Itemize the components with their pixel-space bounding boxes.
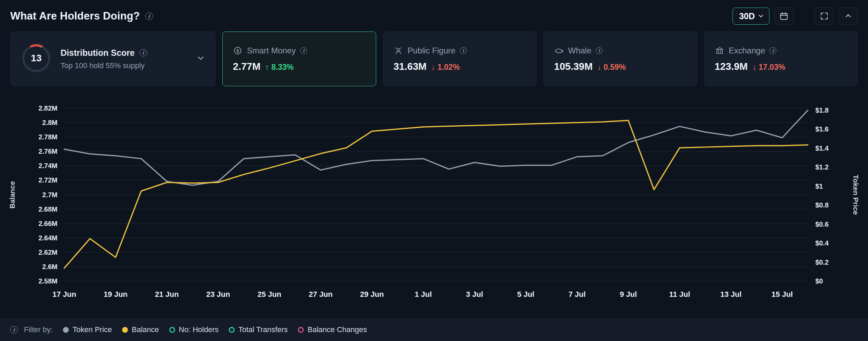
svg-text:2.74M: 2.74M <box>38 162 57 169</box>
svg-text:11 Jul: 11 Jul <box>669 290 690 299</box>
line-chart[interactable]: 2.82M2.8M2.78M2.76M2.74M2.72M2.7M2.68M2.… <box>0 98 868 303</box>
svg-text:13 Jul: 13 Jul <box>720 290 741 299</box>
page-title: What Are Holders Doing? <box>10 10 140 22</box>
svg-text:19 Jun: 19 Jun <box>104 290 128 299</box>
info-icon[interactable] <box>770 47 776 54</box>
right-axis-title: Token Price <box>852 175 860 215</box>
svg-text:29 Jun: 29 Jun <box>360 290 384 299</box>
exchange-card[interactable]: Exchange 123.9M ↓ 17.03% <box>704 31 858 86</box>
stat-value: 123.9M <box>715 61 748 72</box>
svg-text:2.78M: 2.78M <box>38 133 57 141</box>
svg-text:$0.8: $0.8 <box>815 201 829 209</box>
svg-text:$1: $1 <box>815 182 823 190</box>
legend-item-balance[interactable]: Balance <box>122 325 159 334</box>
stat-title: Exchange <box>729 46 765 55</box>
legend-item-no-holders[interactable]: No: Holders <box>169 325 219 334</box>
svg-text:$1.6: $1.6 <box>815 125 829 133</box>
svg-text:$0: $0 <box>815 277 823 285</box>
distribution-score-title: Distribution Score <box>61 48 135 58</box>
stat-change: ↓ 0.59% <box>597 63 626 72</box>
legend-item-balance-changes[interactable]: Balance Changes <box>298 325 367 334</box>
calendar-icon <box>779 12 788 21</box>
calendar-button[interactable] <box>774 8 793 25</box>
stat-title: Public Figure <box>408 46 456 55</box>
svg-text:15 Jul: 15 Jul <box>772 290 793 299</box>
smart-money-card[interactable]: $ Smart Money 2.77M ↑ 8.33% <box>222 31 376 86</box>
stat-value: 2.77M <box>233 61 261 72</box>
svg-text:1 Jul: 1 Jul <box>415 290 432 299</box>
info-icon[interactable] <box>460 47 467 54</box>
distribution-score-gauge: 13 <box>20 42 52 76</box>
svg-text:9 Jul: 9 Jul <box>620 290 637 299</box>
stat-title: Smart Money <box>247 46 296 55</box>
info-icon[interactable] <box>145 12 153 20</box>
panel-header: What Are Holders Doing? 30D <box>0 0 868 25</box>
svg-text:2.6M: 2.6M <box>42 263 57 270</box>
filter-bar: Filter by: Token Price Balance No: Holde… <box>0 318 868 341</box>
stat-change: ↓ 17.03% <box>752 63 785 72</box>
svg-text:2.82M: 2.82M <box>38 104 57 112</box>
svg-text:$0.6: $0.6 <box>815 220 829 228</box>
stat-change: ↓ 1.02% <box>431 63 460 72</box>
stat-cards-row: 13 Distribution Score Top 100 hold 55% s… <box>0 25 868 90</box>
info-icon[interactable] <box>596 47 603 54</box>
svg-text:5 Jul: 5 Jul <box>517 290 534 299</box>
svg-text:3 Jul: 3 Jul <box>466 290 483 299</box>
stat-title: Whale <box>568 46 591 55</box>
legend-item-total-transfers[interactable]: Total Transfers <box>229 325 288 334</box>
svg-text:$0.4: $0.4 <box>815 239 829 247</box>
svg-text:2.7M: 2.7M <box>42 191 57 199</box>
chevron-down-icon <box>758 13 764 20</box>
coin-icon: $ <box>233 46 242 55</box>
info-icon[interactable] <box>10 326 18 333</box>
svg-text:21 Jun: 21 Jun <box>155 290 179 299</box>
chevron-up-icon <box>844 12 852 20</box>
person-icon <box>394 46 403 55</box>
info-icon[interactable] <box>300 47 307 54</box>
svg-text:23 Jun: 23 Jun <box>206 290 230 299</box>
public-figure-card[interactable]: Public Figure 31.63M ↓ 1.02% <box>383 31 537 86</box>
svg-text:2.8M: 2.8M <box>42 119 57 126</box>
svg-text:2.72M: 2.72M <box>38 176 57 184</box>
svg-text:$1.8: $1.8 <box>815 106 829 114</box>
holders-panel: What Are Holders Doing? 30D <box>0 0 868 341</box>
stat-value: 105.39M <box>554 61 593 72</box>
svg-text:25 Jun: 25 Jun <box>258 290 281 299</box>
balance-dot-icon <box>122 327 128 333</box>
stat-change: ↑ 8.33% <box>265 63 294 72</box>
svg-text:2.68M: 2.68M <box>38 205 57 213</box>
svg-text:2.64M: 2.64M <box>38 234 57 242</box>
svg-text:2.66M: 2.66M <box>38 220 57 227</box>
bank-icon <box>715 46 724 55</box>
stat-value: 31.63M <box>394 61 427 72</box>
legend-item-token-price[interactable]: Token Price <box>63 325 112 334</box>
svg-text:$1.2: $1.2 <box>815 163 829 171</box>
svg-text:$: $ <box>236 48 239 53</box>
svg-text:2.58M: 2.58M <box>38 277 57 285</box>
info-icon[interactable] <box>140 49 147 56</box>
fullscreen-icon <box>820 12 828 20</box>
filter-by-label: Filter by: <box>24 325 53 334</box>
distribution-score-subtitle: Top 100 hold 55% supply <box>61 61 188 70</box>
fullscreen-button[interactable] <box>815 8 834 25</box>
no-holders-ring-icon <box>169 327 175 333</box>
holders-chart[interactable]: 2.82M2.8M2.78M2.76M2.74M2.72M2.7M2.68M2.… <box>0 98 868 303</box>
token-price-dot-icon <box>63 327 69 333</box>
left-axis-title: Balance <box>8 181 16 209</box>
total-transfers-ring-icon <box>229 327 235 333</box>
distribution-score-card[interactable]: 13 Distribution Score Top 100 hold 55% s… <box>10 31 215 86</box>
whale-card[interactable]: Whale 105.39M ↓ 0.59% <box>543 31 697 86</box>
whale-icon <box>554 46 564 55</box>
svg-text:2.76M: 2.76M <box>38 148 57 155</box>
svg-text:17 Jun: 17 Jun <box>52 290 76 299</box>
chevron-down-icon[interactable] <box>196 53 206 64</box>
svg-text:$1.4: $1.4 <box>815 144 829 152</box>
svg-text:7 Jul: 7 Jul <box>568 290 586 299</box>
range-selector[interactable]: 30D <box>733 8 770 25</box>
range-value: 30D <box>739 11 755 21</box>
balance-changes-ring-icon <box>298 327 304 333</box>
collapse-button[interactable] <box>839 8 858 25</box>
svg-text:27 Jun: 27 Jun <box>309 290 333 299</box>
svg-text:2.62M: 2.62M <box>38 249 57 256</box>
distribution-score-value: 13 <box>31 52 41 63</box>
